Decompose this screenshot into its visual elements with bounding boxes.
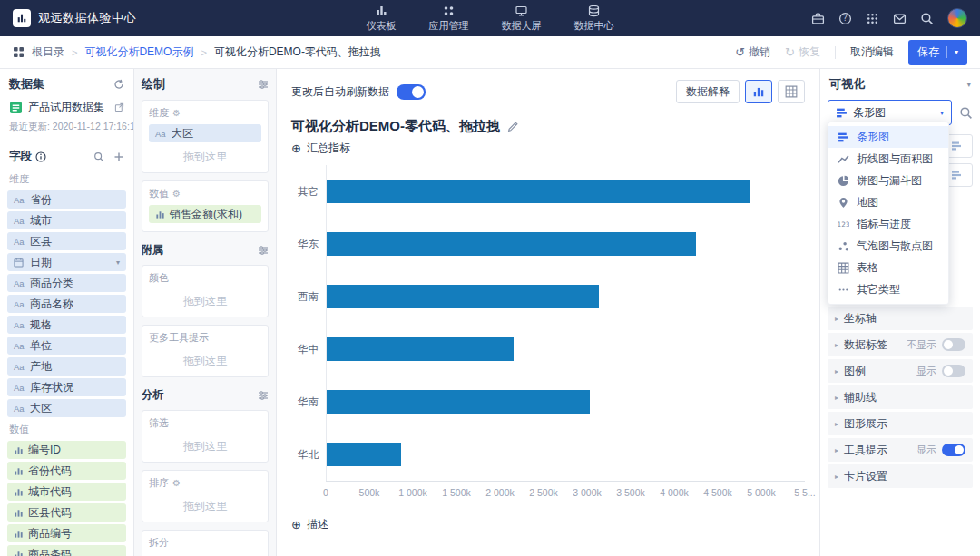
- apps-grid-icon[interactable]: [866, 12, 879, 25]
- dataset-item[interactable]: 产品试用数据集: [7, 98, 126, 117]
- bar-华南[interactable]: [327, 390, 590, 414]
- dimension-field-chip[interactable]: Aa 区县: [7, 232, 126, 250]
- brand[interactable]: 观远数据体验中心: [13, 9, 136, 27]
- field-label: 商品条码: [28, 547, 72, 556]
- add-field-icon[interactable]: [113, 151, 124, 162]
- breadcrumb-folder[interactable]: 可视化分析DEMO示例: [84, 44, 193, 60]
- dimension-field-chip[interactable]: Aa 城市: [7, 211, 126, 229]
- nav-item[interactable]: 仪表板: [367, 5, 397, 33]
- viz-section-toggle[interactable]: [942, 444, 965, 456]
- summary-metrics-button[interactable]: ⊕ 汇总指标: [291, 135, 805, 156]
- bar-西南[interactable]: [327, 285, 599, 308]
- measure-field-chip[interactable]: 城市代码: [7, 483, 126, 501]
- message-icon[interactable]: [893, 12, 906, 25]
- attach-settings-icon[interactable]: [258, 245, 269, 256]
- chart-canvas: 更改后自动刷新数据 数据解释 可视化分析DEMO-零代码、拖拉拽 ⊕: [277, 69, 819, 556]
- drop-zone[interactable]: 拖到这里: [149, 145, 261, 167]
- dimension-field-chip[interactable]: Aa 商品分类: [7, 274, 126, 292]
- viz-section-label: 图形展示: [844, 416, 887, 432]
- chart-type-option[interactable]: 折线图与面积图: [828, 148, 948, 170]
- nav-item[interactable]: 应用管理: [429, 5, 469, 33]
- avatar[interactable]: [947, 8, 967, 28]
- breadcrumb-root[interactable]: 根目录: [32, 44, 64, 60]
- dimension-field-chip[interactable]: Aa 商品名称: [7, 295, 126, 313]
- measure-field-chip[interactable]: 省份代码: [7, 462, 126, 480]
- measure-icon: [14, 466, 24, 476]
- collapse-panel-icon[interactable]: ▾: [966, 80, 971, 89]
- draw-settings-icon[interactable]: [258, 79, 269, 90]
- redo-icon: ↻: [785, 45, 795, 59]
- bar-华北[interactable]: [327, 443, 401, 466]
- dimension-field-chip[interactable]: 日期 ▾: [7, 253, 126, 271]
- gear-icon[interactable]: ⚙: [172, 478, 181, 488]
- data-explain-button[interactable]: 数据解释: [676, 80, 740, 103]
- measure-field-chip[interactable]: 商品条码: [7, 545, 126, 556]
- description-button[interactable]: ⊕ 描述: [291, 512, 805, 532]
- search-icon[interactable]: [920, 12, 934, 25]
- chart-type-option[interactable]: 地图: [828, 191, 948, 213]
- chart-type-option[interactable]: 123 指标与进度: [828, 213, 948, 235]
- save-button[interactable]: 保存 ▾: [908, 40, 967, 65]
- auto-refresh-toggle[interactable]: [397, 84, 426, 100]
- field-label: 产地: [30, 359, 52, 375]
- search-fields-icon[interactable]: [93, 151, 104, 162]
- viz-section-toggle[interactable]: [942, 365, 965, 377]
- field-label: 规格: [30, 317, 52, 333]
- viz-section-row[interactable]: ▸ 辅助线: [828, 385, 973, 409]
- external-link-icon[interactable]: [114, 102, 124, 112]
- chart-type-option[interactable]: 条形图: [828, 126, 948, 148]
- directory-icon[interactable]: [13, 46, 24, 58]
- drop-zone[interactable]: 拖到这里: [149, 434, 261, 456]
- shelf-dimension-chip[interactable]: Aa 大区: [149, 124, 261, 142]
- drop-zone[interactable]: 拖到这里: [149, 494, 261, 516]
- measure-field-chip[interactable]: 区县代码: [7, 503, 126, 522]
- measures-group-label: 数值: [7, 420, 126, 441]
- chart-type-option[interactable]: 表格: [828, 257, 948, 278]
- nav-item[interactable]: 数据大屏: [502, 5, 542, 33]
- dimension-field-chip[interactable]: Aa 大区: [7, 399, 126, 417]
- drop-zone[interactable]: 拖到这里: [149, 289, 261, 311]
- bar-track: [326, 165, 805, 218]
- viz-section-row[interactable]: ▸ 工具提示 显示: [828, 438, 973, 462]
- viz-section-row[interactable]: ▸ 图例 显示: [828, 359, 973, 383]
- search-chart-type-icon[interactable]: [959, 106, 973, 120]
- chart-type-option[interactable]: 气泡图与散点图: [828, 235, 948, 257]
- refresh-icon[interactable]: [113, 79, 124, 90]
- viz-section-row[interactable]: ▸ 数据标签 不显示: [828, 333, 973, 356]
- nav-item[interactable]: 数据中心: [574, 5, 614, 33]
- chart-type-option[interactable]: 其它类型: [828, 278, 948, 300]
- dimension-field-chip[interactable]: Aa 产地: [7, 357, 126, 376]
- bar-华东[interactable]: [327, 232, 696, 256]
- viz-section-row[interactable]: ▸ 坐标轴: [828, 307, 973, 330]
- gear-icon[interactable]: ⚙: [172, 108, 181, 118]
- cancel-edit-button[interactable]: 取消编辑: [850, 44, 894, 60]
- bar-其它[interactable]: [327, 180, 750, 203]
- measure-field-chip[interactable]: 商品编号: [7, 524, 126, 542]
- viz-section-row[interactable]: ▸ 卡片设置: [828, 464, 973, 488]
- chevron-down-icon[interactable]: ▾: [116, 258, 120, 267]
- edit-title-icon[interactable]: [507, 121, 519, 132]
- table-view-button[interactable]: [778, 80, 805, 103]
- help-icon[interactable]: ?: [838, 12, 852, 25]
- dimension-field-chip[interactable]: Aa 库存状况: [7, 378, 126, 396]
- undo-button[interactable]: ↺ 撤销: [735, 44, 770, 60]
- column-chart-icon: [752, 85, 765, 98]
- chart-view-button[interactable]: [745, 80, 772, 103]
- analysis-settings-icon[interactable]: [258, 390, 269, 401]
- viz-section-row[interactable]: ▸ 图形展示: [828, 412, 973, 435]
- dimension-field-chip[interactable]: Aa 省份: [7, 190, 126, 209]
- chevron-down-icon: ▾: [940, 109, 944, 117]
- redo-button[interactable]: ↻ 恢复: [785, 44, 820, 60]
- drop-zone[interactable]: 拖到这里: [149, 349, 261, 371]
- save-dropdown-caret-icon[interactable]: ▾: [955, 48, 958, 56]
- dimension-field-chip[interactable]: Aa 规格: [7, 316, 126, 334]
- dimension-field-chip[interactable]: Aa 单位: [7, 337, 126, 355]
- field-label: 城市: [30, 213, 52, 229]
- gear-icon[interactable]: ⚙: [172, 189, 181, 199]
- viz-section-toggle[interactable]: [942, 338, 965, 351]
- toolbox-icon[interactable]: [811, 12, 825, 25]
- bar-华中[interactable]: [327, 337, 514, 361]
- chart-type-option[interactable]: 饼图与漏斗图: [828, 170, 948, 191]
- measure-field-chip[interactable]: 编号ID: [7, 441, 126, 459]
- shelf-measure-chip[interactable]: 销售金额(求和): [149, 205, 261, 223]
